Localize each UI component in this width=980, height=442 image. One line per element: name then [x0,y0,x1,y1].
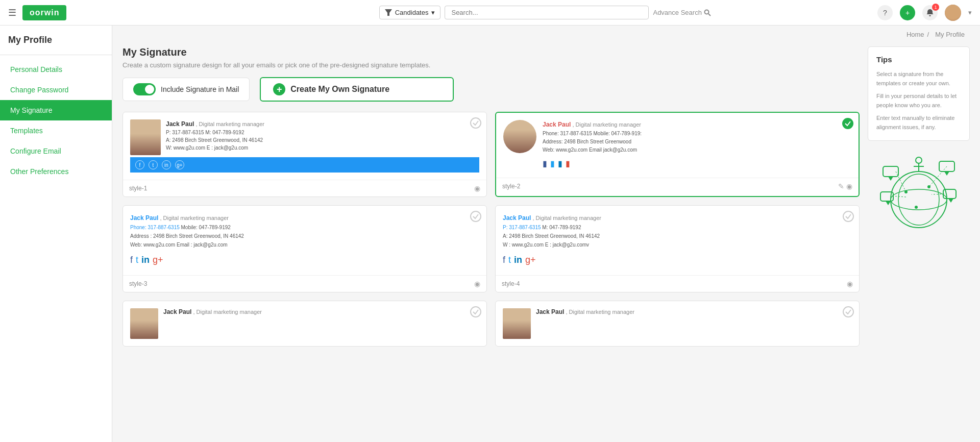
toggle-knob [145,85,154,94]
preview-icon[interactable]: ◉ [847,280,853,288]
tips-illustration [868,151,970,233]
preview-icon[interactable]: ◉ [474,184,480,192]
linkedin-icon: ▮ [558,157,562,170]
include-signature-label: Include Signature in Mail [161,85,239,93]
tips-text: Select a signature from the templates or… [876,70,961,132]
style5-body: Jack Paul , Digital marketing manager [123,301,486,347]
avatar-image [945,5,961,21]
facebook-icon: f [503,252,505,268]
googleplus-icon: g+ [525,252,536,268]
avatar[interactable] [945,5,961,21]
svg-line-22 [892,196,906,197]
breadcrumb: Home / My Profile [112,26,980,38]
style1-label: style-1 [129,185,147,192]
style1-name: Jack Paul [166,120,194,128]
sidebar-item-configure-email[interactable]: Configure Email [0,141,112,161]
breadcrumb-separator: / [927,31,929,38]
linkedin-icon: in [514,252,522,268]
signature-card-style3[interactable]: Jack Paul , Digital marketing manager Ph… [122,205,487,292]
sidebar-item-templates[interactable]: Templates [0,120,112,141]
svg-point-5 [898,174,939,225]
style6-title: , Digital marketing manager [564,309,634,315]
edit-icon[interactable]: ✎ [838,182,844,190]
logo: oorwin [22,5,66,20]
svg-point-14 [916,157,922,163]
breadcrumb-home-link[interactable]: Home [906,31,924,38]
style2-label: style-2 [502,183,520,190]
help-button[interactable]: ? [877,5,893,20]
facebook-icon: ▮ [543,157,547,170]
googleplus-icon: g+ [153,252,163,268]
signature-card-style1[interactable]: Jack Paul , Digital marketing manager P:… [122,112,487,197]
style3-social: f t in g+ [130,252,479,268]
page-subtitle: Create a custom signature design for all… [122,61,860,69]
preview-icon[interactable]: ◉ [846,182,852,190]
add-button[interactable]: + [900,5,915,20]
style3-title: , Digital marketing manager [158,215,229,221]
include-signature-toggle[interactable] [133,83,156,95]
navbar: ☰ oorwin Candidates ▾ Advance Search ? + [0,0,980,26]
facebook-icon: f [130,252,133,268]
style5-name: Jack Paul [163,308,191,315]
breadcrumb-current: My Profile [935,31,965,38]
sidebar-nav: Personal Details Change Password My Sign… [0,55,112,186]
style4-body: Jack Paul , Digital marketing manager P:… [496,206,859,275]
sidebar-item-change-password[interactable]: Change Password [0,80,112,100]
svg-marker-7 [888,177,893,181]
style2-footer: style-2 ✎ ◉ [496,178,859,194]
sidebar-item-other-preferences[interactable]: Other Preferences [0,161,112,182]
signature-card-style4[interactable]: Jack Paul , Digital marketing manager P:… [495,205,860,292]
style6-check [843,306,854,317]
tips-box: Tips Select a signature from the templat… [868,46,970,141]
candidates-filter-button[interactable]: Candidates ▾ [379,6,441,19]
linkedin-icon: in [162,160,171,169]
content-area: My Signature Create a custom signature d… [112,38,980,355]
notifications-button[interactable]: 1 [922,5,938,20]
avatar-dropdown-arrow-icon[interactable]: ▾ [968,9,972,16]
style5-check [470,306,481,317]
style3-body: Jack Paul , Digital marketing manager Ph… [123,206,486,275]
sidebar-item-my-signature[interactable]: My Signature [0,100,112,120]
preview-icon[interactable]: ◉ [474,280,480,288]
style4-footer-icons: ◉ [847,280,853,288]
advance-search-button[interactable]: Advance Search [653,9,710,16]
signature-card-style6[interactable]: Jack Paul , Digital marketing manager [495,301,860,347]
style1-check [470,117,481,129]
style4-social: f t in g+ [503,252,852,268]
svg-point-1 [704,10,708,14]
style4-footer: style-4 ◉ [496,275,859,292]
style4-label: style-4 [502,280,520,287]
style2-title: , Digital marketing manager [571,121,641,128]
page-wrapper: My Profile Personal Details Change Passw… [0,26,980,442]
style4-info: Jack Paul , Digital marketing manager P:… [503,213,852,268]
style2-avatar [503,120,536,153]
svg-marker-13 [948,199,953,203]
signature-card-style2[interactable]: Jack Paul , Digital marketing manager Ph… [495,112,860,197]
style1-body: Jack Paul , Digital marketing manager P:… [123,112,486,180]
notification-badge: 1 [932,4,939,11]
create-own-signature-button[interactable]: + Create My Own Signature [260,77,454,102]
include-signature-toggle-container: Include Signature in Mail [122,78,250,101]
hamburger-icon[interactable]: ☰ [8,7,16,18]
svg-point-19 [915,206,918,209]
svg-point-3 [891,171,947,228]
twitter-icon: ▮ [550,157,555,170]
svg-marker-0 [385,9,392,16]
twitter-icon: t [149,160,158,169]
signature-card-style5[interactable]: Jack Paul , Digital marketing manager [122,301,487,347]
sidebar-item-personal-details[interactable]: Personal Details [0,59,112,80]
style2-footer-icons: ✎ ◉ [838,182,852,190]
style2-info: Jack Paul , Digital marketing manager Ph… [543,120,851,170]
search-input[interactable] [445,6,649,19]
svg-line-2 [708,14,710,16]
style3-label: style-3 [129,280,147,287]
style3-check [470,211,481,222]
style3-name: Jack Paul [130,214,158,222]
style5-info: Jack Paul , Digital marketing manager [163,308,262,315]
tips-panel: Tips Select a signature from the templat… [868,46,970,347]
style5-title: , Digital marketing manager [191,309,262,315]
style1-title: , Digital marketing manager [194,121,264,127]
filter-icon [385,9,392,16]
svg-marker-11 [886,201,891,205]
dropdown-arrow-icon: ▾ [431,9,435,16]
